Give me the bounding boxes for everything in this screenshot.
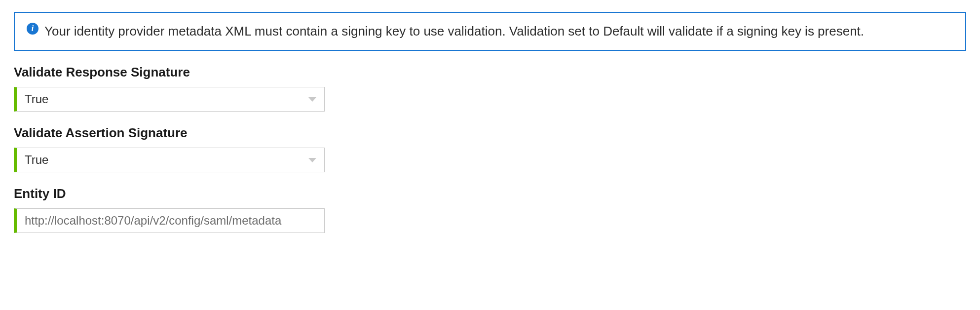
validate-response-signature-value: True (25, 92, 308, 106)
chevron-down-icon (308, 97, 316, 102)
validate-assertion-signature-label: Validate Assertion Signature (14, 125, 966, 141)
info-box: i Your identity provider metadata XML mu… (14, 12, 966, 51)
entity-id-input-wrap (14, 208, 325, 233)
chevron-down-icon (308, 158, 316, 162)
validate-response-signature-select[interactable]: True (14, 87, 325, 112)
info-message: Your identity provider metadata XML must… (44, 22, 864, 41)
entity-id-input[interactable] (25, 214, 316, 228)
validate-response-signature-group: Validate Response Signature True (14, 65, 966, 112)
validate-assertion-signature-select[interactable]: True (14, 148, 325, 172)
entity-id-group: Entity ID (14, 186, 966, 233)
info-icon: i (27, 22, 38, 35)
validate-assertion-signature-value: True (25, 153, 308, 167)
validate-assertion-signature-group: Validate Assertion Signature True (14, 125, 966, 172)
entity-id-label: Entity ID (14, 186, 966, 201)
validate-response-signature-label: Validate Response Signature (14, 65, 966, 80)
